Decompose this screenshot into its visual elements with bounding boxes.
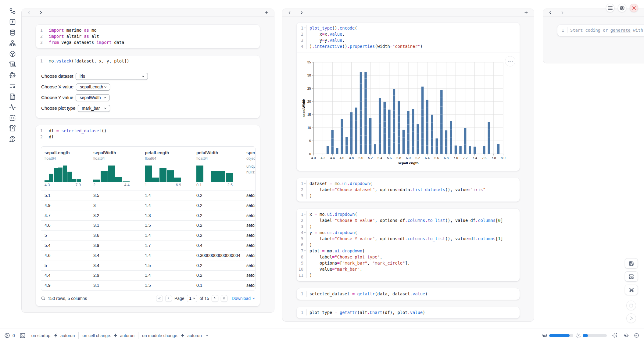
line-number: 2 bbox=[36, 33, 46, 39]
notebook-menu-button[interactable] bbox=[606, 4, 614, 12]
column-prev-button[interactable] bbox=[27, 10, 34, 16]
runtime-on-startup[interactable]: on startup: autorun bbox=[31, 333, 75, 338]
documentation-icon[interactable] bbox=[9, 61, 16, 68]
tracing-icon[interactable] bbox=[9, 104, 16, 111]
histogram-range: 24.4 bbox=[93, 183, 130, 188]
stop-button[interactable] bbox=[626, 301, 636, 310]
dropdown-select[interactable]: sepalWidth bbox=[76, 94, 109, 101]
cell-editor[interactable]: 1Start coding or generate with AI bbox=[557, 25, 644, 36]
table-cell: setosa bbox=[243, 271, 255, 280]
connection-status-button[interactable] bbox=[634, 333, 639, 338]
snippets-file-icon[interactable] bbox=[9, 93, 16, 100]
fold-chevron-icon[interactable] bbox=[304, 25, 306, 31]
code-line: plot_type = getattr(alt.Chart(df), plot.… bbox=[309, 309, 425, 315]
line-number: 4 bbox=[297, 230, 306, 236]
code-line: value="mark_bar", bbox=[309, 266, 503, 272]
help-icon[interactable] bbox=[9, 136, 16, 142]
download-button[interactable]: Download bbox=[232, 296, 256, 301]
table-column-header[interactable]: sepalLengthfloat644.37.9 bbox=[41, 147, 90, 191]
file-explorer-icon[interactable] bbox=[9, 8, 16, 15]
dropdown-select[interactable]: mark_bar bbox=[78, 105, 110, 112]
cell-editor[interactable]: 12df = selected_dataset()df bbox=[36, 125, 260, 143]
dropdown-select[interactable]: sepalLength bbox=[76, 84, 110, 91]
copilot-button[interactable] bbox=[624, 333, 629, 338]
prev-page-button[interactable] bbox=[165, 295, 172, 302]
logs-search-icon[interactable] bbox=[9, 83, 16, 89]
ai-sparkles-button[interactable] bbox=[612, 333, 617, 338]
layout-toggle-button[interactable] bbox=[625, 271, 638, 282]
table-cell: 4.6 bbox=[41, 251, 90, 261]
runtime-on-module-change[interactable]: on module change: autorun bbox=[142, 333, 209, 338]
column-next-button[interactable] bbox=[39, 10, 47, 16]
code-line: ).interactive().properties(width="contai… bbox=[309, 43, 423, 49]
status-bar: 0 on startup: autorun on cell change: au… bbox=[0, 329, 644, 342]
svg-text:6.4: 6.4 bbox=[425, 156, 430, 160]
page-select[interactable]: 1 bbox=[187, 295, 197, 302]
command-palette-button[interactable] bbox=[625, 285, 638, 295]
table-column-header[interactable]: sepalWidthfloat6424.4 bbox=[90, 147, 141, 191]
table-row: 4.931.40.2setosa bbox=[41, 201, 255, 211]
svg-text:6.8: 6.8 bbox=[444, 156, 449, 160]
add-cell-button[interactable] bbox=[263, 10, 269, 16]
last-page-button[interactable] bbox=[221, 295, 227, 302]
svg-text:4.8: 4.8 bbox=[349, 156, 354, 160]
cell-editor[interactable]: 1mo.vstack([dataset, x, y, plot]) bbox=[36, 55, 260, 67]
table-column-header[interactable]: petalLengthfloat6416.9 bbox=[141, 147, 193, 191]
errors-indicator[interactable]: 0 bbox=[4, 333, 15, 338]
settings-button[interactable] bbox=[618, 4, 626, 12]
svg-text:7.8: 7.8 bbox=[491, 156, 496, 160]
altair-bar-chart[interactable]: 4.04.24.44.64.85.05.25.45.65.86.06.26.46… bbox=[302, 56, 508, 168]
cell-editor[interactable]: 1234567891011x = mo.ui.dropdown( label="… bbox=[297, 209, 520, 281]
runtime-on-cell-change[interactable]: on cell change: autorun bbox=[82, 333, 134, 338]
variables-icon[interactable] bbox=[9, 19, 16, 25]
table-cell: setosa bbox=[243, 191, 255, 201]
dropdown-select[interactable]: iris bbox=[76, 73, 148, 80]
cell-editor[interactable]: 1234plot_type().encode( x=x.value, y=y.v… bbox=[297, 23, 520, 52]
chart-output: 4.04.24.44.64.85.05.25.45.65.86.06.26.46… bbox=[297, 52, 520, 171]
shutdown-button[interactable] bbox=[630, 4, 638, 12]
table-row: 53.61.40.2setosa bbox=[41, 230, 255, 240]
save-button[interactable] bbox=[625, 258, 638, 269]
code-line: label="Choose Y value", options=df.colum… bbox=[309, 236, 503, 242]
column-next-button[interactable] bbox=[299, 10, 307, 16]
table-column-header[interactable]: petalWidthfloat640.12.5 bbox=[193, 147, 243, 191]
packages-icon[interactable] bbox=[9, 51, 16, 57]
column-next-button[interactable] bbox=[560, 10, 568, 16]
bar bbox=[407, 111, 410, 154]
add-cell-button[interactable] bbox=[523, 10, 529, 16]
ai-chat-icon[interactable] bbox=[9, 72, 16, 79]
column-prev-button[interactable] bbox=[548, 10, 556, 16]
cell-editor[interactable]: 123dataset = mo.ui.dropdown( label="Choo… bbox=[297, 178, 520, 201]
scratchpad-icon[interactable] bbox=[9, 125, 16, 132]
chevron-down-icon bbox=[104, 85, 107, 89]
next-page-button[interactable] bbox=[212, 295, 218, 302]
first-page-button[interactable] bbox=[156, 295, 163, 302]
fold-chevron-icon[interactable] bbox=[304, 181, 306, 186]
on-startup-mode: autorun bbox=[60, 333, 75, 338]
column-histogram bbox=[93, 164, 130, 182]
column-prev-button[interactable] bbox=[287, 10, 295, 16]
svg-text:5.8: 5.8 bbox=[396, 156, 401, 160]
dropdown-value: iris bbox=[80, 74, 141, 79]
notebook-cell: 1234567891011x = mo.ui.dropdown( label="… bbox=[296, 208, 520, 281]
bar bbox=[431, 115, 433, 154]
dependency-graph-icon[interactable] bbox=[9, 40, 16, 47]
bar bbox=[464, 128, 467, 154]
cell-editor[interactable]: 1selected_dataset = getattr(data, datase… bbox=[297, 288, 520, 300]
table-column-header[interactable]: speciesobjectunique: 3nulls: 0 bbox=[243, 147, 255, 191]
code-snippets-icon[interactable] bbox=[9, 115, 16, 121]
notebook-column-3: 1Start coding or generate with AI bbox=[543, 9, 644, 63]
run-button[interactable] bbox=[626, 313, 636, 323]
notebook-cell: 123dataset = mo.ui.dropdown( label="Choo… bbox=[296, 178, 520, 202]
data-sources-icon[interactable] bbox=[9, 29, 16, 36]
fold-chevron-icon[interactable] bbox=[304, 230, 306, 235]
terminal-button[interactable] bbox=[20, 333, 26, 339]
search-icon[interactable] bbox=[41, 296, 45, 301]
cell-editor[interactable]: 123import marimo as moimport altair as a… bbox=[36, 25, 260, 48]
fold-chevron-icon[interactable] bbox=[304, 212, 306, 217]
cell-editor[interactable]: 1plot_type = getattr(alt.Chart(df), plot… bbox=[297, 307, 520, 318]
code-line: import marimo as mo bbox=[49, 27, 124, 33]
chart-menu-button[interactable] bbox=[505, 56, 515, 66]
fold-chevron-icon[interactable] bbox=[304, 248, 306, 254]
generate-with-ai-link[interactable]: generate bbox=[610, 28, 631, 33]
